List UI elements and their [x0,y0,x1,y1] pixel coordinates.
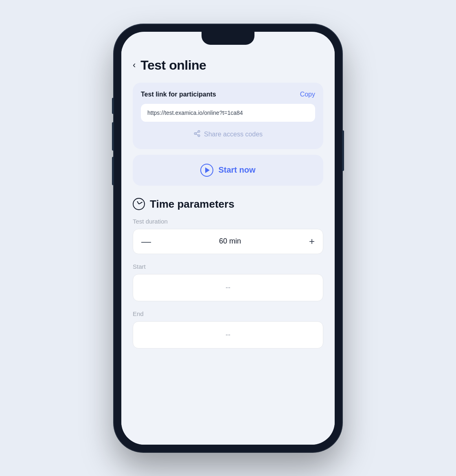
end-field[interactable]: -- [133,321,323,349]
phone-frame: ‹ Test online Test link for participants… [114,24,342,452]
start-now-label: Start now [218,165,255,175]
time-parameters-title: Time parameters [150,198,235,211]
duration-label: Test duration [133,218,323,225]
svg-line-4 [196,132,198,133]
svg-line-3 [196,134,198,135]
header: ‹ Test online [133,58,323,73]
clock-hands [134,199,144,209]
clock-minute-hand [139,202,142,204]
screen-content: ‹ Test online Test link for participants… [121,48,335,445]
share-access-label: Share access codes [204,131,263,138]
clock-icon [133,198,145,210]
duration-value: 60 min [219,237,241,246]
duration-stepper: — 60 min + [133,229,323,254]
start-label: Start [133,263,323,270]
copy-button[interactable]: Copy [300,91,315,98]
volume-down-button [112,157,114,185]
notch [202,32,254,45]
share-icon [193,130,201,139]
start-field[interactable]: -- [133,274,323,301]
mute-button [112,98,114,114]
play-icon [200,164,213,177]
play-triangle [205,167,210,173]
card-label: Test link for participants [141,91,216,98]
decrement-button[interactable]: — [141,237,151,246]
volume-up-button [112,122,114,151]
test-link-card: Test link for participants Copy [133,83,323,149]
end-label: End [133,310,323,317]
test-link-input[interactable] [141,104,315,122]
increment-button[interactable]: + [309,237,315,246]
power-button [342,130,344,171]
phone-body: ‹ Test online Test link for participants… [114,24,342,452]
card-header: Test link for participants Copy [141,91,315,98]
back-button[interactable]: ‹ [133,61,136,70]
phone-screen: ‹ Test online Test link for participants… [121,32,335,445]
page-title: Test online [140,58,206,73]
time-parameters-header: Time parameters [133,198,323,211]
start-now-button[interactable]: Start now [133,155,323,186]
share-access-button[interactable]: Share access codes [141,127,315,142]
